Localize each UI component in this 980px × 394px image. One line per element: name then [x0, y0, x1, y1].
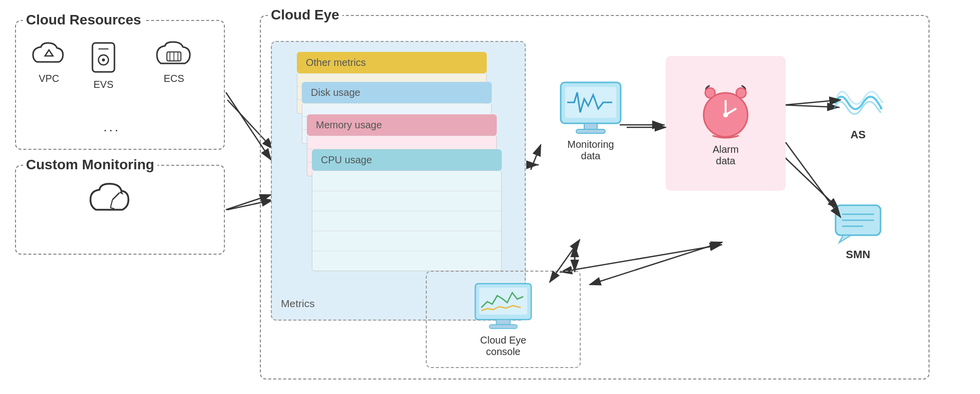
svg-point-31 [705, 88, 715, 98]
svg-point-32 [736, 88, 746, 98]
alarm-data-group: Alarm data [666, 56, 786, 191]
smn-label: SMN [846, 248, 871, 261]
alarm-clock-icon [698, 80, 753, 140]
as-icon [831, 80, 886, 125]
vpc-icon [31, 41, 67, 71]
svg-point-30 [723, 112, 728, 117]
console-box: Cloud Eye console [426, 271, 581, 368]
alarm-data-label: Alarm data [713, 144, 739, 167]
memory-usage-card: Memory usage [307, 114, 497, 136]
svg-rect-34 [479, 288, 527, 315]
other-metrics-card: Other metrics [297, 52, 487, 73]
evs-icon [88, 41, 118, 77]
other-metrics-label: Other metrics [306, 57, 366, 68]
metrics-label: Metrics [281, 298, 315, 310]
cpu-usage-label: CPU usage [321, 154, 372, 165]
svg-line-20 [112, 193, 119, 200]
evs-label: EVS [93, 79, 113, 90]
smn-icon [833, 200, 883, 245]
svg-point-15 [102, 58, 105, 61]
ecs-icon [156, 41, 192, 71]
cpu-usage-body [312, 171, 502, 271]
svg-marker-11 [45, 50, 53, 56]
vpc-label: VPC [38, 73, 59, 84]
monitoring-data-group: Monitoring data [541, 61, 641, 181]
cloud-eye-console-icon [473, 282, 533, 332]
evs-icon-group: EVS [88, 41, 118, 90]
cpu-usage-card: CPU usage [312, 149, 502, 171]
cloud-eye-outer-box: Cloud Eye Other metrics Disk usage [260, 15, 930, 380]
cloud-resources-title: Cloud Resources [23, 12, 144, 28]
diagram: Cloud Resources VPC EVS [0, 0, 980, 394]
ecs-label: ECS [163, 73, 184, 84]
as-label: AS [851, 128, 866, 141]
memory-usage-label: Memory usage [316, 119, 382, 130]
smn-group: SMN [808, 186, 908, 276]
cloud-eye-title: Cloud Eye [268, 7, 342, 23]
console-label: Cloud Eye console [480, 335, 526, 358]
as-group: AS [808, 61, 908, 161]
disk-usage-card: Disk usage [302, 82, 492, 103]
cloud-resources-box: Cloud Resources VPC EVS [15, 20, 225, 150]
custom-monitoring-box: Custom Monitoring [15, 165, 225, 255]
svg-rect-25 [584, 123, 597, 129]
svg-rect-12 [92, 43, 114, 72]
custom-monitoring-title: Custom Monitoring [23, 157, 157, 173]
ecs-icon-group: ECS [156, 41, 192, 84]
custom-monitoring-icon [88, 181, 133, 218]
more-items-dots: ... [103, 119, 120, 135]
monitoring-data-label: Monitoring data [567, 139, 614, 162]
vpc-icon-group: VPC [31, 41, 67, 84]
cloud-pen-icon [88, 181, 133, 218]
svg-rect-26 [576, 129, 605, 133]
disk-usage-label: Disk usage [311, 87, 360, 98]
svg-rect-36 [489, 325, 517, 329]
svg-rect-35 [496, 320, 510, 325]
monitoring-data-icon [558, 80, 623, 135]
svg-line-21 [110, 200, 112, 208]
svg-line-22 [110, 208, 114, 209]
